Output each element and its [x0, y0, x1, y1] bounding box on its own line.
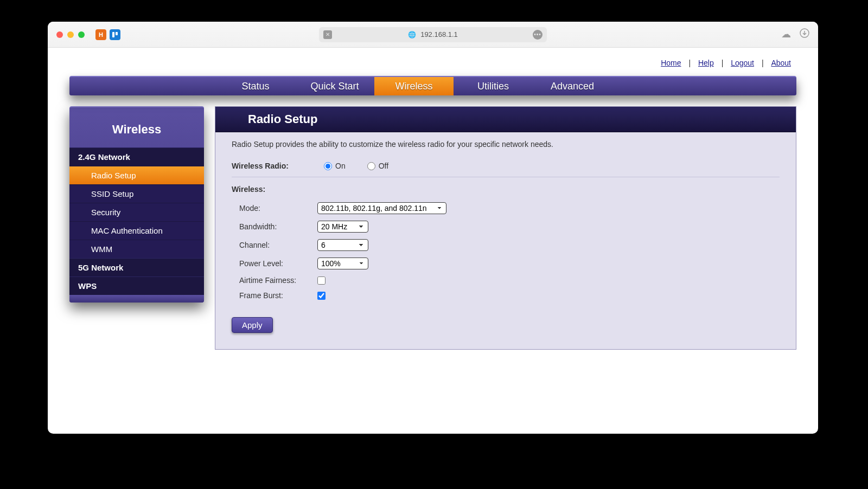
sidebar-item-radio-setup[interactable]: Radio Setup	[69, 166, 204, 184]
radio-off[interactable]: Off	[367, 162, 388, 170]
select-power-level[interactable]: 100%	[317, 258, 368, 269]
globe-icon: 🌐	[408, 31, 416, 38]
select-bandwidth[interactable]: 20 MHz	[317, 221, 368, 233]
address-bar[interactable]: ✕ 🌐 192.168.1.1 •••	[319, 27, 547, 42]
url-text: 192.168.1.1	[420, 30, 458, 38]
sidebar-group-5g[interactable]: 5G Network	[69, 258, 204, 276]
nav-utilities[interactable]: Utilities	[454, 77, 533, 95]
svg-rect-1	[116, 32, 118, 35]
radio-off-label: Off	[379, 162, 388, 170]
main-panel: Radio Setup Radio Setup provides the abi…	[215, 106, 796, 350]
section-wireless: Wireless:	[232, 185, 780, 194]
label-airtime-fairness: Airtime Fairness:	[232, 276, 317, 285]
browser-toolbar: H ✕ 🌐 192.168.1.1 ••• ☁	[48, 22, 818, 48]
browser-window: H ✕ 🌐 192.168.1.1 ••• ☁ Home | Help |	[48, 22, 818, 434]
minimize-window-icon[interactable]	[67, 31, 74, 38]
icloud-tabs-icon[interactable]: ☁	[781, 28, 791, 41]
label-wireless-radio: Wireless Radio:	[232, 162, 324, 170]
extension-icon-trello[interactable]	[110, 29, 120, 40]
svg-rect-0	[112, 32, 114, 37]
downloads-icon[interactable]	[800, 28, 809, 41]
maximize-window-icon[interactable]	[78, 31, 85, 38]
sidebar-item-mac-auth[interactable]: MAC Authentication	[69, 221, 204, 240]
top-link-bar: Home | Help | Logout | About	[69, 48, 796, 76]
link-help[interactable]: Help	[693, 59, 719, 67]
radio-on-label: On	[335, 162, 346, 170]
link-home[interactable]: Home	[655, 59, 686, 67]
select-mode[interactable]: 802.11b, 802.11g, and 802.11n	[317, 202, 446, 214]
main-nav: Status Quick Start Wireless Utilities Ad…	[69, 76, 796, 95]
label-bandwidth: Bandwidth:	[232, 222, 317, 231]
checkbox-airtime-fairness[interactable]	[317, 276, 326, 285]
nav-quick-start[interactable]: Quick Start	[295, 77, 374, 95]
nav-advanced[interactable]: Advanced	[533, 77, 612, 95]
link-logout[interactable]: Logout	[725, 59, 760, 67]
select-channel[interactable]: 6	[317, 239, 368, 251]
nav-status[interactable]: Status	[216, 77, 295, 95]
sidebar-group-wps[interactable]: WPS	[69, 276, 204, 295]
sidebar-title: Wireless	[69, 107, 204, 147]
window-controls	[56, 31, 85, 38]
panel-description: Radio Setup provides the ability to cust…	[232, 140, 780, 149]
close-window-icon[interactable]	[56, 31, 63, 38]
sidebar-group-24g[interactable]: 2.4G Network	[69, 147, 204, 166]
radio-on-input[interactable]	[324, 162, 332, 170]
nav-wireless[interactable]: Wireless	[374, 77, 454, 95]
radio-on[interactable]: On	[324, 162, 346, 170]
stop-reload-icon[interactable]: ✕	[323, 30, 332, 39]
sidebar-item-wmm[interactable]: WMM	[69, 240, 204, 258]
sidebar: Wireless 2.4G Network Radio Setup SSID S…	[69, 106, 204, 303]
label-channel: Channel:	[232, 241, 317, 249]
extension-icon-h[interactable]: H	[95, 29, 106, 40]
panel-title: Radio Setup	[215, 107, 796, 132]
label-power-level: Power Level:	[232, 259, 317, 268]
page-settings-icon[interactable]: •••	[533, 30, 542, 40]
sidebar-item-security[interactable]: Security	[69, 203, 204, 221]
apply-button[interactable]: Apply	[232, 317, 273, 333]
label-mode: Mode:	[232, 204, 317, 213]
sidebar-item-ssid-setup[interactable]: SSID Setup	[69, 184, 204, 203]
link-about[interactable]: About	[765, 59, 796, 67]
checkbox-frame-burst[interactable]	[317, 292, 326, 300]
radio-off-input[interactable]	[367, 162, 375, 170]
label-frame-burst: Frame Burst:	[232, 291, 317, 300]
